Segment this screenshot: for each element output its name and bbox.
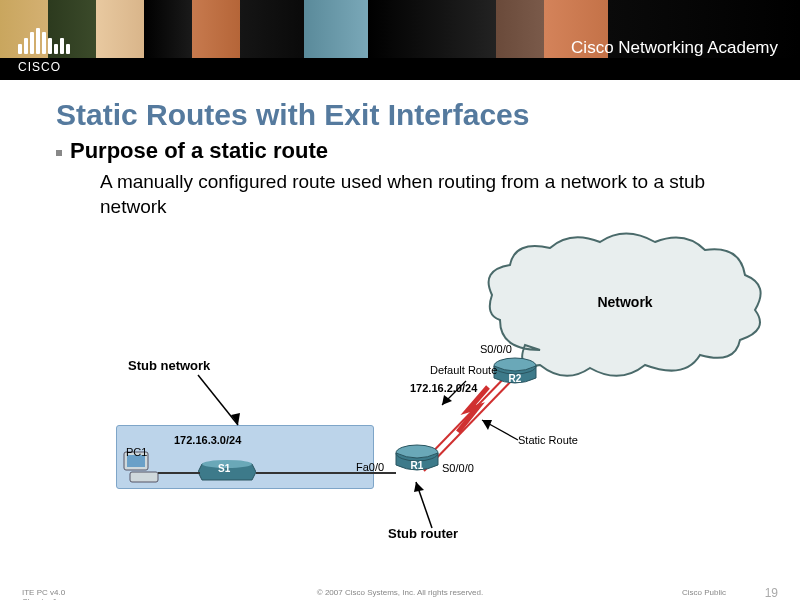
- stub-network-label: Stub network: [128, 358, 210, 373]
- svg-rect-4: [130, 472, 158, 482]
- footer-copyright: © 2007 Cisco Systems, Inc. All rights re…: [317, 588, 483, 597]
- slide-header: CISCO Cisco Networking Academy: [0, 0, 800, 80]
- slide-body: A manually configured route used when ro…: [100, 170, 740, 219]
- footer-left: ITE PC v4.0 Chapter 1: [22, 588, 65, 600]
- svg-marker-13: [414, 482, 424, 492]
- link-pc-switch: [158, 472, 200, 474]
- router-r1-icon: R1: [394, 443, 440, 475]
- stub-router-label: Stub router: [388, 526, 458, 541]
- footer-right: Cisco Public: [682, 588, 726, 597]
- stub-network-arrow-icon: [198, 375, 258, 439]
- slide-content: Static Routes with Exit Interfaces Purpo…: [0, 80, 800, 219]
- pc-label: PC1: [126, 446, 147, 458]
- router-r2-icon: R2: [492, 356, 538, 388]
- cisco-logo-bars-icon: [18, 28, 70, 54]
- r1-fa-label: Fa0/0: [356, 461, 384, 473]
- router-r2-label: R2: [492, 373, 538, 384]
- static-route-label: Static Route: [518, 434, 578, 446]
- bullet-row: Purpose of a static route: [56, 138, 744, 170]
- cloud-label: Network: [480, 294, 770, 310]
- slide-title: Static Routes with Exit Interfaces: [56, 98, 744, 132]
- academy-text: Cisco Networking Academy: [571, 38, 778, 58]
- cisco-logo: CISCO: [18, 28, 70, 74]
- link-subnet-label: 172.16.2.0/24: [410, 382, 477, 394]
- slide-subtitle: Purpose of a static route: [70, 138, 328, 164]
- switch-label: S1: [218, 463, 230, 474]
- bullet-icon: [56, 150, 62, 156]
- router-r1-label: R1: [394, 460, 440, 471]
- page-number: 19: [765, 586, 778, 600]
- cisco-logo-text: CISCO: [18, 60, 70, 74]
- footer-course: ITE PC v4.0: [22, 588, 65, 597]
- default-route-label: Default Route: [430, 364, 497, 376]
- network-diagram: Network 172.16.3.0/24 PC1 S1: [0, 230, 800, 560]
- r2-s0-label: S0/0/0: [480, 343, 512, 355]
- svg-line-10: [198, 375, 238, 425]
- r1-s0-label: S0/0/0: [442, 462, 474, 474]
